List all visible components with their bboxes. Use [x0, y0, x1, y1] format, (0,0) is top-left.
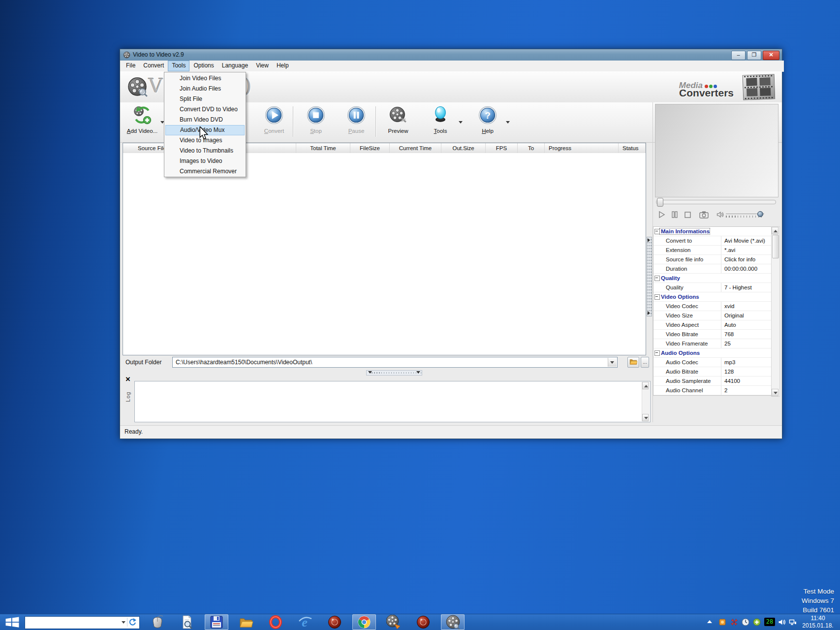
column-header-current-time[interactable]: Current Time [390, 143, 441, 153]
start-button[interactable] [4, 615, 23, 630]
menu-item-video-to-thumbnails[interactable]: Video to Thumbnails [165, 146, 245, 156]
collapse-icon[interactable] [654, 294, 660, 300]
add-video--button[interactable]: Add Video... [120, 105, 165, 139]
titlebar[interactable]: Video to Video v2.9 – ❐ ✕ [120, 49, 782, 61]
menu-language[interactable]: Language [218, 61, 252, 71]
column-header-filesize[interactable]: FileSize [350, 143, 390, 153]
volume-slider[interactable] [726, 214, 764, 218]
menu-item-join-audio-files[interactable]: Join Audio Files [165, 84, 245, 94]
property-value[interactable]: Click for info [721, 255, 772, 264]
scroll-down-button[interactable] [772, 389, 778, 396]
horizontal-splitter[interactable] [366, 370, 422, 376]
maximize-button[interactable]: ❐ [747, 51, 761, 60]
taskbar-search-input[interactable] [25, 616, 140, 629]
collapse-icon[interactable] [654, 350, 660, 356]
search-dropdown-icon[interactable] [122, 621, 125, 624]
vertical-splitter[interactable] [647, 237, 652, 316]
pause-button[interactable] [671, 211, 679, 220]
taskbar-file-explorer-icon[interactable] [234, 614, 258, 630]
seek-thumb[interactable] [657, 198, 663, 207]
menu-options[interactable]: Options [189, 61, 218, 71]
scroll-thumb[interactable] [772, 235, 779, 258]
menu-item-convert-dvd-to-video[interactable]: Convert DVD to Video [165, 104, 245, 115]
hidden-icons-arrow-icon[interactable] [707, 620, 712, 623]
tray-network-icon[interactable] [789, 618, 797, 628]
taskbar-red-orb-game-2-icon[interactable] [411, 614, 435, 630]
combo-dropdown-button[interactable] [608, 358, 617, 367]
property-value[interactable]: *.avi [721, 246, 772, 254]
collapse-icon[interactable] [654, 276, 660, 281]
tray-pinwheel-icon[interactable] [730, 618, 738, 628]
taskbar-floppy-save-icon[interactable] [205, 614, 228, 630]
property-value[interactable]: Avi Movie (*.avi) [721, 236, 772, 245]
dropdown-arrow-icon[interactable] [506, 121, 510, 124]
property-value[interactable]: 25 [721, 339, 772, 348]
minimize-button[interactable]: – [731, 51, 746, 60]
refresh-icon[interactable] [127, 618, 138, 627]
log-scroll-up[interactable] [642, 382, 649, 389]
menu-item-split-file[interactable]: Split File [165, 94, 245, 104]
tools-button[interactable]: Tools [418, 105, 463, 139]
column-header-fps[interactable]: FPS [486, 143, 518, 153]
output-folder-combo[interactable]: C:\Users\hazardteam5150\Documents\VideoO… [172, 357, 618, 368]
menu-item-commercial-remover[interactable]: Commercial Remover [165, 166, 245, 177]
property-value[interactable]: 768 [721, 330, 772, 339]
log-textarea[interactable] [134, 381, 651, 422]
property-value[interactable]: 128 [721, 367, 772, 376]
property-value[interactable]: Original [721, 311, 772, 320]
menu-item-images-to-video[interactable]: Images to Video [165, 156, 245, 166]
menu-tools[interactable]: Tools [168, 61, 189, 71]
stop-playback-button[interactable] [684, 211, 691, 220]
taskbar-opera-icon[interactable] [264, 614, 287, 630]
collapse-icon[interactable] [654, 229, 660, 234]
scroll-up-button[interactable] [772, 227, 778, 234]
tray-green-plus-icon[interactable] [753, 618, 761, 628]
seek-slider[interactable] [656, 200, 776, 204]
close-button[interactable]: ✕ [763, 51, 779, 60]
column-header-total-time[interactable]: Total Time [296, 143, 350, 153]
property-value[interactable]: 7 - Highest [721, 283, 772, 292]
property-value[interactable]: 2 [721, 386, 772, 395]
column-header-progress[interactable]: Progress [545, 143, 619, 153]
menu-file[interactable]: File [122, 61, 139, 71]
property-value[interactable]: 00:00:00.000 [721, 264, 772, 273]
property-value[interactable]: Auto [721, 320, 772, 329]
property-value[interactable]: 44100 [721, 377, 772, 385]
snapshot-button[interactable] [699, 211, 709, 220]
taskbar-media-converter-icon[interactable] [382, 614, 405, 630]
menu-convert[interactable]: Convert [139, 61, 168, 71]
preview-button[interactable]: Preview [375, 105, 421, 139]
tray-clock-icon[interactable] [742, 618, 749, 628]
taskbar-chrome-icon[interactable] [352, 614, 376, 630]
taskbar-video-to-video-icon[interactable] [441, 614, 465, 630]
menu-view[interactable]: View [252, 61, 273, 71]
property-value[interactable]: mp3 [721, 358, 772, 367]
taskbar-internet-explorer-icon[interactable]: e [293, 614, 317, 630]
tray-speaker-icon[interactable] [778, 618, 786, 628]
pause-button[interactable]: Pause [334, 105, 379, 139]
menu-help[interactable]: Help [273, 61, 293, 71]
convert-button[interactable]: Convert [251, 105, 297, 139]
tray-updater-icon[interactable] [718, 618, 726, 628]
log-scroll-down[interactable] [642, 414, 649, 421]
more-options-button[interactable]: ... [641, 357, 649, 368]
taskbar-document-search-icon[interactable] [175, 614, 199, 630]
dropdown-arrow-icon[interactable] [459, 121, 463, 124]
volume-icon[interactable] [716, 211, 725, 220]
log-scrollbar[interactable] [642, 382, 650, 421]
volume-thumb[interactable] [757, 211, 763, 217]
menu-item-burn-video-dvd[interactable]: Burn Video DVD [165, 115, 245, 125]
column-header-out-size[interactable]: Out.Size [441, 143, 486, 153]
play-button[interactable] [658, 211, 666, 220]
file-list-body[interactable] [123, 153, 646, 355]
taskbar-red-orb-game-1-icon[interactable] [323, 614, 346, 630]
browse-folder-button[interactable] [627, 357, 639, 368]
property-value[interactable]: xvid [721, 302, 772, 311]
stop-button[interactable]: Stop [293, 105, 339, 139]
taskbar-clock[interactable]: 11:40 2015.01.18. [799, 615, 837, 630]
property-grid-scrollbar[interactable] [771, 226, 780, 397]
help-button[interactable]: ?Help [465, 105, 510, 139]
column-header-to[interactable]: To [518, 143, 545, 153]
tray-temp-monitor[interactable]: 28 [764, 618, 775, 626]
taskbar-mouse-tool-icon[interactable] [146, 614, 169, 630]
